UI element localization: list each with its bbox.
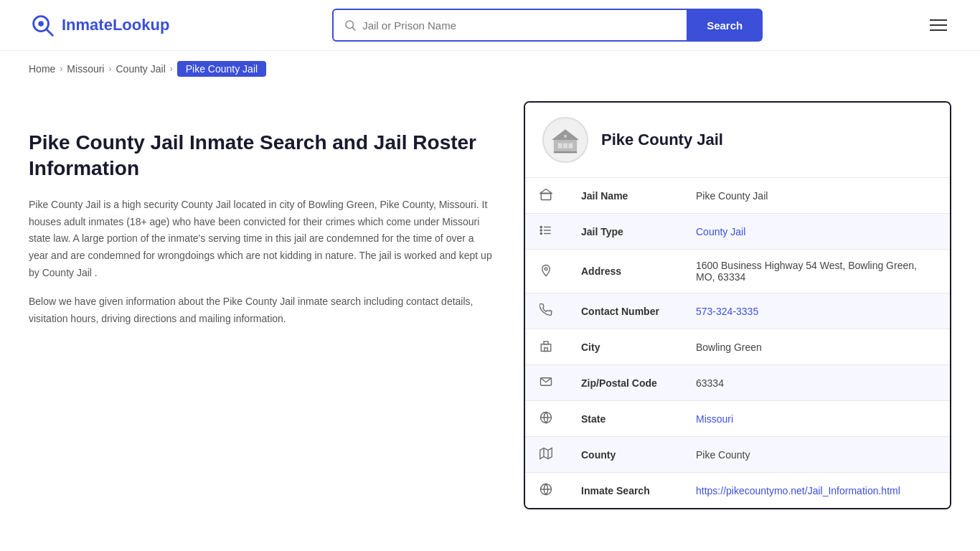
svg-marker-13 bbox=[540, 189, 552, 194]
logo-text: InmateLookup bbox=[62, 16, 169, 34]
row-value-5: 63334 bbox=[682, 365, 950, 401]
svg-point-2 bbox=[38, 21, 44, 27]
row-value-6[interactable]: Missouri bbox=[682, 401, 950, 437]
search-button[interactable]: Search bbox=[687, 9, 763, 42]
search-input-wrapper bbox=[332, 9, 687, 42]
left-column: Pike County Jail Inmate Search and Jail … bbox=[29, 101, 495, 509]
info-card: Pike County Jail Jail NamePike County Ja… bbox=[524, 101, 951, 509]
svg-rect-7 bbox=[558, 143, 562, 148]
page-description-2: Below we have given information about th… bbox=[29, 293, 495, 328]
row-label-7: County bbox=[567, 437, 682, 473]
breadcrumb-sep-3: › bbox=[170, 64, 173, 74]
table-row: Inmate Searchhttps://pikecountymo.net/Ja… bbox=[525, 473, 950, 509]
svg-marker-29 bbox=[540, 448, 552, 459]
row-value-7: Pike County bbox=[682, 437, 950, 473]
info-card-title: Pike County Jail bbox=[601, 131, 723, 149]
info-table: Jail NamePike County JailJail TypeCounty… bbox=[525, 178, 950, 508]
logo-link[interactable]: InmateLookup bbox=[29, 11, 169, 39]
hamburger-line-1 bbox=[930, 19, 947, 21]
row-label-5: Zip/Postal Code bbox=[567, 365, 682, 401]
hamburger-menu[interactable] bbox=[925, 15, 951, 35]
svg-rect-9 bbox=[568, 143, 573, 148]
svg-line-1 bbox=[47, 29, 53, 36]
svg-line-4 bbox=[353, 27, 356, 30]
svg-marker-6 bbox=[552, 129, 579, 140]
breadcrumb-county-jail[interactable]: County Jail bbox=[116, 63, 165, 75]
page-description-1: Pike County Jail is a high security Coun… bbox=[29, 197, 495, 282]
table-row: Contact Number573-324-3335 bbox=[525, 293, 950, 329]
row-label-4: City bbox=[567, 329, 682, 365]
row-icon-building bbox=[525, 178, 567, 214]
breadcrumb-home[interactable]: Home bbox=[29, 63, 55, 75]
row-label-6: State bbox=[567, 401, 682, 437]
row-link-1[interactable]: County Jail bbox=[696, 226, 745, 237]
table-row: Jail NamePike County Jail bbox=[525, 178, 950, 214]
row-label-8: Inmate Search bbox=[567, 473, 682, 509]
row-label-1: Jail Type bbox=[567, 214, 682, 250]
svg-point-20 bbox=[545, 267, 547, 270]
page-title: Pike County Jail Inmate Search and Jail … bbox=[29, 130, 495, 182]
row-link-6[interactable]: Missouri bbox=[696, 413, 733, 425]
search-icon bbox=[344, 19, 357, 32]
breadcrumb-sep-2: › bbox=[108, 64, 111, 74]
row-icon-mail bbox=[525, 365, 567, 401]
breadcrumb: Home › Missouri › County Jail › Pike Cou… bbox=[0, 51, 980, 87]
table-row: Address1600 Business Highway 54 West, Bo… bbox=[525, 250, 950, 293]
svg-rect-10 bbox=[564, 135, 567, 138]
svg-rect-11 bbox=[554, 151, 577, 153]
row-link-3[interactable]: 573-324-3335 bbox=[696, 306, 758, 317]
svg-rect-8 bbox=[563, 143, 567, 148]
table-row: CityBowling Green bbox=[525, 329, 950, 365]
svg-point-17 bbox=[540, 226, 542, 227]
jail-building-icon bbox=[550, 124, 581, 156]
main-content: Pike County Jail Inmate Search and Jail … bbox=[0, 87, 980, 538]
row-icon-globe2 bbox=[525, 473, 567, 509]
table-row: Jail TypeCounty Jail bbox=[525, 214, 950, 250]
table-row: Zip/Postal Code63334 bbox=[525, 365, 950, 401]
row-label-3: Contact Number bbox=[567, 293, 682, 329]
hamburger-line-2 bbox=[930, 24, 947, 26]
row-icon-map bbox=[525, 437, 567, 473]
svg-rect-12 bbox=[541, 194, 551, 200]
row-value-1[interactable]: County Jail bbox=[682, 214, 950, 250]
table-row: CountyPike County bbox=[525, 437, 950, 473]
row-value-2: 1600 Business Highway 54 West, Bowling G… bbox=[682, 250, 950, 293]
hamburger-line-3 bbox=[930, 29, 947, 31]
header: InmateLookup Search bbox=[0, 0, 980, 51]
search-input[interactable] bbox=[362, 19, 677, 32]
row-value-0: Pike County Jail bbox=[682, 178, 950, 214]
svg-rect-22 bbox=[544, 342, 548, 344]
row-value-3[interactable]: 573-324-3335 bbox=[682, 293, 950, 329]
search-bar: Search bbox=[332, 9, 763, 42]
row-icon-globe bbox=[525, 401, 567, 437]
table-row: StateMissouri bbox=[525, 401, 950, 437]
row-icon-phone bbox=[525, 293, 567, 329]
row-value-8[interactable]: https://pikecountymo.net/Jail_Informatio… bbox=[682, 473, 950, 509]
breadcrumb-current: Pike County Jail bbox=[177, 61, 266, 77]
svg-point-18 bbox=[540, 230, 542, 231]
logo-icon bbox=[29, 11, 56, 39]
row-icon-list bbox=[525, 214, 567, 250]
row-icon-pin bbox=[525, 250, 567, 293]
svg-point-3 bbox=[346, 21, 354, 29]
breadcrumb-missouri[interactable]: Missouri bbox=[67, 63, 104, 75]
jail-avatar bbox=[542, 117, 588, 163]
right-column: Pike County Jail Jail NamePike County Ja… bbox=[524, 101, 951, 509]
row-icon-city bbox=[525, 329, 567, 365]
row-link-8[interactable]: https://pikecountymo.net/Jail_Informatio… bbox=[696, 485, 900, 496]
svg-rect-25 bbox=[545, 348, 548, 352]
breadcrumb-sep-1: › bbox=[60, 64, 62, 74]
svg-point-19 bbox=[540, 232, 542, 234]
info-card-header: Pike County Jail bbox=[525, 103, 950, 178]
row-label-2: Address bbox=[567, 250, 682, 293]
row-value-4: Bowling Green bbox=[682, 329, 950, 365]
row-label-0: Jail Name bbox=[567, 178, 682, 214]
